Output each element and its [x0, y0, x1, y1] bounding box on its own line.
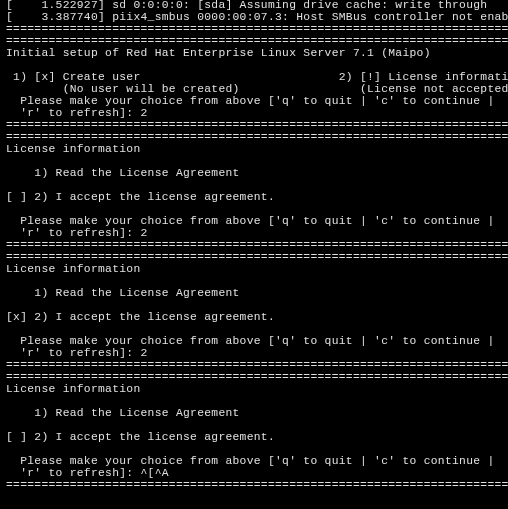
setup-title: Initial setup of Red Hat Enterprise Linu… [6, 48, 502, 60]
license-option-2-checked: [x] 2) I accept the license agreement. [6, 312, 502, 324]
license-option-1: 1) Read the License Agreement [6, 168, 502, 180]
license-option-2: [ ] 2) I accept the license agreement. [6, 432, 502, 444]
license-header: License information [6, 144, 502, 156]
divider: ========================================… [6, 480, 502, 492]
license-header: License information [6, 264, 502, 276]
terminal-screen[interactable]: [ 1.522927] sd 0:0:0:0: [sda] Assuming d… [6, 0, 502, 492]
license-header: License information [6, 384, 502, 396]
license-option-1: 1) Read the License Agreement [6, 408, 502, 420]
license-option-1: 1) Read the License Agreement [6, 288, 502, 300]
license-option-2: [ ] 2) I accept the license agreement. [6, 192, 502, 204]
